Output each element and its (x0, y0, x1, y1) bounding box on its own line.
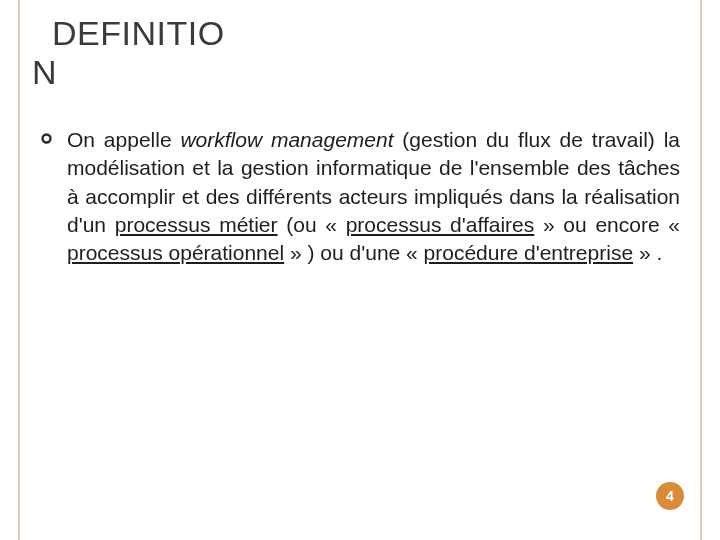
ring-bullet-icon (40, 132, 53, 145)
title-line-2: N (32, 53, 57, 91)
link-processus-operationnel[interactable]: processus opérationnel (67, 241, 284, 264)
svg-point-0 (43, 135, 51, 143)
definition-paragraph: On appelle workflow management (gestion … (67, 126, 680, 268)
text-mid3: » ) ou d'une « (284, 241, 423, 264)
slide-title: DEFINITIO N (32, 14, 692, 92)
slide-body: On appelle workflow management (gestion … (40, 126, 680, 268)
page-number: 4 (666, 488, 674, 504)
title-line-1: DEFINITIO (32, 14, 225, 52)
text-mid2: » ou encore « (534, 213, 680, 236)
italic-term: workflow management (180, 128, 393, 151)
link-procedure-entreprise[interactable]: procédure d'entreprise (424, 241, 633, 264)
text-tail: » . (633, 241, 662, 264)
link-processus-affaires[interactable]: processus d'affaires (346, 213, 535, 236)
link-processus-metier[interactable]: processus métier (115, 213, 278, 236)
bullet-item: On appelle workflow management (gestion … (40, 126, 680, 268)
text-mid1: (ou « (278, 213, 346, 236)
text-leadin: On appelle (67, 128, 180, 151)
page-number-badge: 4 (656, 482, 684, 510)
